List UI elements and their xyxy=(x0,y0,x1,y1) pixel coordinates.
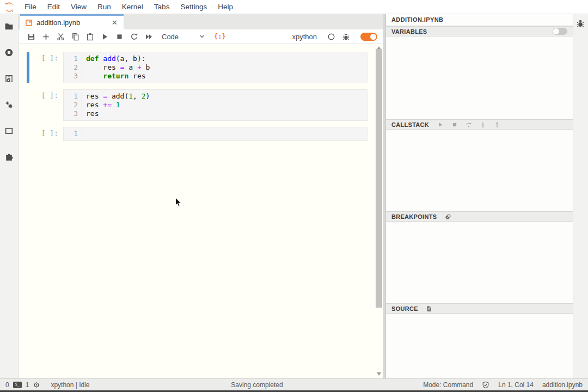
terminals-count[interactable]: 0 xyxy=(5,381,9,389)
cell-prompt: [ ]: xyxy=(29,52,63,83)
status-bar: 0 $_ 1 xpython | Idle Saving completed M… xyxy=(0,378,588,390)
cell-editor[interactable]: 123res = add(1, 2)res += 1res xyxy=(63,89,367,121)
breakpoints-body xyxy=(386,222,573,303)
source-actions xyxy=(426,305,433,312)
terminal-icon: $_ xyxy=(13,382,22,388)
cell-code: res = add(1, 2)res += 1res xyxy=(82,92,367,118)
run-all-cells-icon[interactable] xyxy=(142,30,156,42)
section-callstack-header[interactable]: CALLSTACK xyxy=(386,119,573,130)
kernel-status-icon xyxy=(324,30,339,42)
step-out-icon[interactable] xyxy=(493,121,500,128)
tab-addition-ipynb[interactable]: addition.ipynb ✕ xyxy=(20,14,124,29)
notebook-content[interactable]: [ ]:123def add(a, b): res = a + b return… xyxy=(19,44,383,378)
toggle-knob xyxy=(370,34,376,40)
line-numbers: 123 xyxy=(64,54,82,81)
kernel-name-button[interactable]: xpython xyxy=(292,33,317,41)
paste-cells-icon[interactable] xyxy=(83,30,97,42)
code-format-button[interactable]: {:} xyxy=(214,33,226,40)
extension-manager-icon[interactable] xyxy=(4,152,14,162)
insert-cell-icon[interactable] xyxy=(39,30,53,42)
callstack-body xyxy=(386,130,573,211)
status-left: 0 $_ 1 xpython | Idle xyxy=(5,381,90,389)
notebook-cell-1[interactable]: [ ]:123def add(a, b): res = a + b return… xyxy=(27,52,367,83)
kernel-icon xyxy=(33,381,40,389)
variables-body xyxy=(386,36,573,119)
open-source-file-icon[interactable] xyxy=(426,305,433,312)
tab-bar: addition.ipynb ✕ xyxy=(19,14,383,29)
jupyterlab-window: FileEditViewRunKernelTabsSettingsHelp ad… xyxy=(0,0,588,392)
restart-kernel-icon[interactable] xyxy=(127,30,142,42)
kernels-count[interactable]: 1 xyxy=(26,381,29,389)
menu-edit[interactable]: Edit xyxy=(42,0,65,14)
variables-view-toggle[interactable] xyxy=(553,28,567,35)
open-tabs-icon[interactable] xyxy=(4,126,14,136)
step-in-icon[interactable] xyxy=(479,121,486,128)
notebook-toolbar: Code {:} xpython xyxy=(19,29,383,44)
source-body xyxy=(386,314,573,378)
notebook-icon xyxy=(25,19,33,27)
right-sidebar xyxy=(573,14,588,378)
running-kernels-icon[interactable] xyxy=(4,47,14,57)
interrupt-kernel-icon[interactable] xyxy=(112,30,127,42)
debugger-panel-title: ADDITION.IPYNB xyxy=(386,14,573,26)
cell-code xyxy=(82,130,367,138)
cell-prompt: [ ]: xyxy=(29,89,63,121)
cells: [ ]:123def add(a, b): res = a + b return… xyxy=(19,44,383,141)
toolbar-right: xpython xyxy=(292,30,377,42)
section-variables-header[interactable]: VARIABLES xyxy=(386,26,573,36)
line-numbers: 1 xyxy=(64,130,82,138)
menu-kernel[interactable]: Kernel xyxy=(117,0,149,14)
notebook-scrollbar xyxy=(375,44,383,378)
cell-editor[interactable]: 1 xyxy=(63,127,367,141)
cell-editor[interactable]: 123def add(a, b): res = a + b return res xyxy=(63,52,367,83)
section-label: SOURCE xyxy=(391,305,418,312)
breakpoints-actions xyxy=(444,213,451,220)
run-cell-icon[interactable] xyxy=(97,30,112,42)
notebook-cell-3[interactable]: [ ]:1 xyxy=(27,127,367,141)
menu-help[interactable]: Help xyxy=(212,0,238,14)
bug-icon[interactable] xyxy=(576,19,585,28)
notification-text: Saving completed xyxy=(231,381,283,389)
section-source-header[interactable]: SOURCE xyxy=(386,303,573,314)
tab-label: addition.ipynb xyxy=(36,19,107,27)
section-label: BREAKPOINTS xyxy=(391,213,437,220)
mode-indicator[interactable]: Mode: Command xyxy=(423,381,473,389)
save-icon[interactable] xyxy=(24,30,39,42)
callstack-actions xyxy=(437,121,500,128)
menu-run[interactable]: Run xyxy=(92,0,117,14)
property-inspector-icon[interactable] xyxy=(4,100,14,109)
menu-view[interactable]: View xyxy=(65,0,92,14)
bug-icon[interactable] xyxy=(339,30,353,42)
left-sidebar xyxy=(0,14,19,378)
notebook-cell-2[interactable]: [ ]:123res = add(1, 2)res += 1res xyxy=(27,89,367,121)
debugger-toggle[interactable] xyxy=(360,33,377,41)
section-breakpoints-header[interactable]: BREAKPOINTS xyxy=(386,211,573,222)
menu-file[interactable]: File xyxy=(19,0,42,14)
main-area: addition.ipynb ✕ Code {:} xpython [ ]:12… xyxy=(19,14,383,378)
step-over-icon[interactable] xyxy=(465,121,472,128)
cell-code: def add(a, b): res = a + b return res xyxy=(82,54,367,81)
cell-type-dropdown[interactable]: Code xyxy=(162,33,205,41)
copy-cells-icon[interactable] xyxy=(68,30,83,42)
chevron-down-icon xyxy=(199,33,205,40)
remove-all-breakpoints-icon[interactable] xyxy=(444,213,451,220)
menu-bar: FileEditViewRunKernelTabsSettingsHelp xyxy=(0,0,588,14)
menu-tabs[interactable]: Tabs xyxy=(149,0,175,14)
cut-cells-icon[interactable] xyxy=(53,30,68,42)
cell-prompt: [ ]: xyxy=(29,127,63,141)
jupyter-logo xyxy=(4,2,15,13)
kernel-status-text[interactable]: xpython | Idle xyxy=(51,381,89,389)
command-palette-icon[interactable] xyxy=(4,74,14,83)
close-tab-icon[interactable]: ✕ xyxy=(111,19,119,27)
debugger-panel: ADDITION.IPYNB VARIABLES CALLSTACK BREAK… xyxy=(385,14,573,378)
file-browser-icon[interactable] xyxy=(4,21,14,31)
cell-type-value: Code xyxy=(162,33,179,41)
menu-settings[interactable]: Settings xyxy=(175,0,212,14)
cursor-position[interactable]: Ln 1, Col 14 xyxy=(498,381,534,389)
continue-icon[interactable] xyxy=(437,121,444,128)
toolbar-right-icons xyxy=(324,30,353,42)
scroll-down-icon[interactable] xyxy=(377,372,381,376)
scrollbar-thumb[interactable] xyxy=(376,49,382,308)
section-label: VARIABLES xyxy=(391,28,427,35)
terminate-icon[interactable] xyxy=(451,121,458,128)
